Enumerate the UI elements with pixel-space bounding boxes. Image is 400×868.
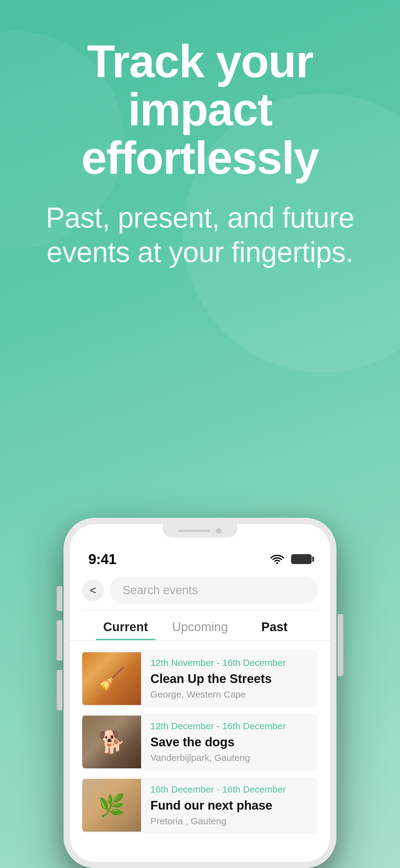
phone-mockup: 9:41 < bbox=[64, 518, 336, 868]
events-list: 12th November - 16th December Clean Up t… bbox=[70, 641, 330, 843]
tab-past[interactable]: Past bbox=[237, 620, 312, 640]
hero-section: Track your impact effortlessly Past, pre… bbox=[0, 0, 400, 288]
event-date-3: 16th December - 16th December bbox=[151, 784, 308, 795]
event-card-1[interactable]: 12th November - 16th December Clean Up t… bbox=[82, 650, 318, 707]
phone-bottom-spacer bbox=[70, 843, 330, 862]
event-image-2 bbox=[82, 716, 141, 768]
search-container: < Search events bbox=[70, 570, 330, 610]
battery-icon bbox=[291, 554, 312, 564]
search-placeholder: Search events bbox=[123, 584, 198, 597]
event-date-1: 12th November - 16th December bbox=[151, 657, 308, 668]
event-date-2: 12th December - 16th December bbox=[151, 721, 308, 732]
hero-subtitle: Past, present, and future events at your… bbox=[25, 200, 375, 269]
event-card-2[interactable]: 12th December - 16th December Save the d… bbox=[82, 713, 318, 771]
back-chevron-icon: < bbox=[90, 585, 96, 596]
event-location-2: Vanderbijlpark, Gauteng bbox=[151, 752, 308, 763]
back-button[interactable]: < bbox=[82, 580, 104, 601]
status-icons bbox=[269, 554, 312, 565]
event-card-3[interactable]: 16th December - 16th December Fund our n… bbox=[82, 777, 318, 834]
notch-speaker bbox=[178, 530, 210, 532]
hero-title: Track your impact effortlessly bbox=[25, 37, 375, 182]
event-info-1: 12th November - 16th December Clean Up t… bbox=[141, 650, 318, 707]
event-info-3: 16th December - 16th December Fund our n… bbox=[141, 777, 318, 834]
event-title-1: Clean Up the Streets bbox=[151, 671, 308, 686]
event-location-3: Pretoria , Gauteng bbox=[151, 816, 308, 827]
event-image-1 bbox=[82, 652, 141, 705]
tab-upcoming[interactable]: Upcoming bbox=[163, 620, 237, 640]
status-time: 9:41 bbox=[88, 551, 116, 567]
event-title-3: Fund our next phase bbox=[151, 798, 308, 813]
tabs-container: Current Upcoming Past bbox=[70, 611, 330, 640]
phone-notch bbox=[163, 524, 237, 538]
event-location-1: George, Western Cape bbox=[151, 689, 308, 700]
notch-camera bbox=[216, 528, 222, 534]
status-bar: 9:41 bbox=[70, 539, 330, 570]
event-title-2: Save the dogs bbox=[151, 735, 308, 749]
event-image-3 bbox=[82, 779, 141, 832]
phone-screen: 9:41 < bbox=[70, 524, 330, 862]
search-input[interactable]: Search events bbox=[110, 577, 318, 604]
tab-current[interactable]: Current bbox=[88, 620, 163, 640]
event-info-2: 12th December - 16th December Save the d… bbox=[141, 713, 318, 771]
phone-outer: 9:41 < bbox=[64, 518, 336, 868]
wifi-icon bbox=[269, 554, 285, 565]
